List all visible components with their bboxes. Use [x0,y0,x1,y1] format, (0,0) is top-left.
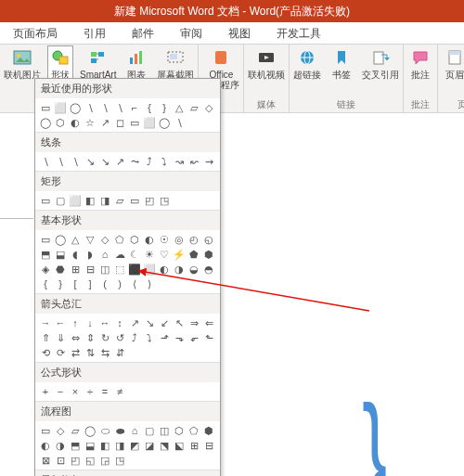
shape-item[interactable]: = [98,385,111,398]
shape-item[interactable]: ◯ [54,233,67,246]
shape-item[interactable]: ↜ [187,155,200,168]
shape-item[interactable]: ⬭ [98,424,111,437]
shape-item[interactable]: ⊡ [54,454,67,467]
shape-item[interactable]: ⇆ [98,346,111,359]
shape-item[interactable]: ♡ [158,248,171,261]
shape-item[interactable]: } [54,277,67,290]
shape-item[interactable]: ⤴ [143,155,156,168]
shape-item[interactable]: ⬚ [113,263,126,276]
shape-item[interactable]: ⬎ [173,331,186,344]
shape-item[interactable]: ⬢ [202,424,215,437]
shape-item[interactable]: ⊟ [202,439,215,452]
shape-item[interactable]: ⬡ [54,116,67,129]
crossref-button[interactable]: 交叉引用 [362,46,399,80]
shape-item[interactable]: ▢ [54,194,67,207]
shape-item[interactable]: ⇓ [54,331,67,344]
shape-item[interactable]: ◐ [158,263,171,276]
shape-item[interactable]: ▭ [39,233,52,246]
shape-item[interactable]: ⇅ [84,346,97,359]
shape-item[interactable]: ◗ [84,248,97,261]
shape-item[interactable]: ⌂ [128,424,141,437]
shape-item[interactable]: ⟩ [143,277,156,290]
shape-item[interactable]: ↻ [98,331,111,344]
tab-layout[interactable]: 页面布局 [0,22,71,44]
shape-item[interactable]: ↑ [69,316,82,329]
shape-item[interactable]: ☁ [113,248,126,261]
shape-item[interactable]: ⬜ [54,101,67,114]
shape-item[interactable]: ◯ [158,116,171,129]
shape-item[interactable]: ⬣ [54,263,67,276]
shape-item[interactable]: ◐ [143,233,156,246]
shape-item[interactable]: ⤳ [128,155,141,168]
shape-item[interactable]: ⇝ [202,155,215,168]
shape-item[interactable]: ⊞ [187,439,200,452]
shape-item[interactable]: [ [69,277,82,290]
shape-item[interactable]: ◯ [39,116,52,129]
shape-item[interactable]: ⇑ [39,331,52,344]
shape-item[interactable]: ⇐ [202,316,215,329]
tab-developer[interactable]: 开发工具 [264,22,334,44]
document-area[interactable]: } [221,113,464,476]
shape-item[interactable]: ☉ [158,233,171,246]
shape-item[interactable]: ◫ [158,424,171,437]
shape-item[interactable]: ⇔ [69,331,82,344]
shape-item[interactable]: ◒ [187,263,200,276]
shape-item[interactable]: ∖ [98,101,111,114]
shape-item[interactable]: ◱ [84,454,97,467]
shape-item[interactable]: ⬕ [173,439,186,452]
shape-item[interactable]: ↗ [98,116,111,129]
tab-review[interactable]: 审阅 [167,22,215,44]
tab-mailings[interactable]: 邮件 [119,22,167,44]
shape-item[interactable]: ⬒ [69,439,82,452]
shape-item[interactable]: ⊠ [39,454,52,467]
shape-item[interactable]: ☆ [84,116,97,129]
shape-item[interactable]: ↖ [173,316,186,329]
shape-item[interactable]: ◑ [54,439,67,452]
shape-item[interactable]: ▭ [128,116,141,129]
shape-item[interactable]: { [143,101,156,114]
shape-item[interactable]: ⬢ [202,248,215,261]
shape-item[interactable]: ◐ [69,116,82,129]
shape-item[interactable]: − [54,385,67,398]
shape-item[interactable]: ⬑ [202,331,215,344]
shape-item[interactable]: ← [54,316,67,329]
shape-item[interactable]: ↔ [98,316,111,329]
shape-item[interactable]: ↓ [84,316,97,329]
shape-item[interactable]: ( [98,277,111,290]
shape-item[interactable]: ◑ [173,263,186,276]
shape-item[interactable]: ⬜ [69,194,82,207]
shape-item[interactable]: ◯ [84,424,97,437]
shape-item[interactable]: ▽ [84,233,97,246]
shape-item[interactable]: ⬓ [54,248,67,261]
shape-item[interactable]: ◵ [202,233,215,246]
screenshot-button[interactable]: 屏幕截图 [157,46,194,80]
shape-item[interactable]: ▭ [39,424,52,437]
chart-button[interactable]: 图表 [123,46,149,80]
shape-item[interactable]: △ [69,233,82,246]
shape-item[interactable]: ◧ [98,439,111,452]
shape-item[interactable]: ◇ [54,424,67,437]
shape-item[interactable]: ≠ [113,385,126,398]
shape-item[interactable]: ◇ [202,101,215,114]
shape-item[interactable]: ⬒ [39,248,52,261]
shape-item[interactable]: ⬠ [113,233,126,246]
hyperlink-button[interactable]: 超链接 [293,46,321,80]
shape-item[interactable]: ◲ [98,454,111,467]
shape-item[interactable]: ▱ [113,194,126,207]
shape-item[interactable]: ▭ [39,194,52,207]
shape-item[interactable]: ⬔ [158,439,171,452]
shape-item[interactable]: ◻ [113,116,126,129]
shape-item[interactable]: ◎ [173,233,186,246]
shape-item[interactable]: ▱ [69,424,82,437]
shape-item[interactable]: ▭ [39,101,52,114]
shape-item[interactable]: ⬛ [128,263,141,276]
shape-item[interactable]: △ [173,101,186,114]
shape-item[interactable]: ⬟ [187,248,200,261]
shape-item[interactable]: ▢ [143,424,156,437]
shape-item[interactable]: ☀ [143,248,156,261]
shape-item[interactable]: ⤴ [128,331,141,344]
shape-item[interactable]: ∖ [173,116,186,129]
online-pictures-button[interactable]: 联机图片 [4,46,41,80]
shape-item[interactable]: ∖ [113,101,126,114]
shape-item[interactable]: ↘ [84,155,97,168]
